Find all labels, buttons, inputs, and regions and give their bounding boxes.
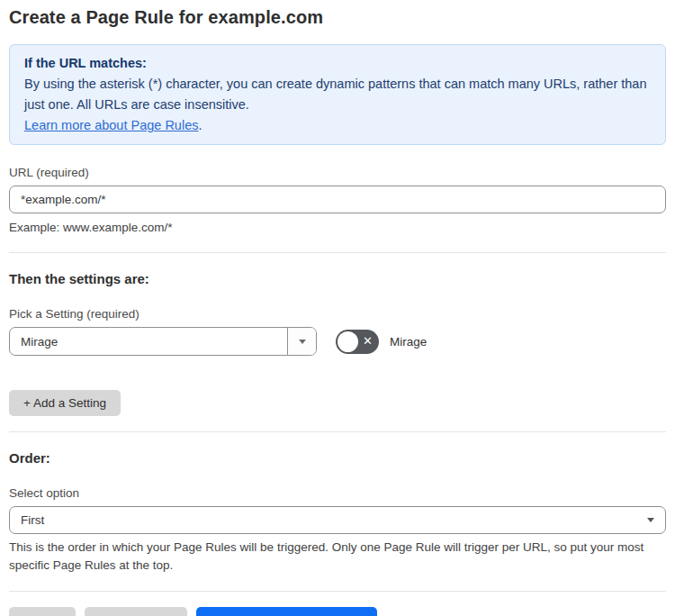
dropdown-caret-button[interactable] [287,328,316,355]
url-helper-text: Example: www.example.com/* [9,219,666,237]
setting-dropdown[interactable]: Mirage [9,327,317,356]
order-select[interactable]: First [9,506,666,534]
form-actions: Cancel Save as Draft Save and Deploy Pag… [9,607,666,616]
info-box-body: By using the asterisk (*) character, you… [24,74,651,116]
divider [9,431,666,432]
chevron-down-icon [299,340,306,344]
toggle-label: Mirage [390,335,427,349]
url-input[interactable] [9,186,666,213]
pick-setting-label: Pick a Setting (required) [9,307,666,321]
url-match-info-box: If the URL matches: By using the asteris… [9,44,666,145]
divider [9,591,666,592]
learn-more-link[interactable]: Learn more about Page Rules [24,118,198,132]
info-box-heading: If the URL matches: [24,56,651,70]
caret-down-icon [647,518,654,522]
save-draft-button[interactable]: Save as Draft [85,607,187,616]
add-setting-button[interactable]: + Add a Setting [9,390,121,416]
order-select-value: First [21,513,44,527]
order-select-label: Select option [9,486,666,500]
page-title: Create a Page Rule for example.com [9,7,666,28]
order-section-heading: Order: [9,450,666,466]
save-deploy-button[interactable]: Save and Deploy Page Rule [196,607,378,616]
divider [9,252,666,253]
mirage-toggle[interactable]: ✕ [336,330,379,354]
cancel-button[interactable]: Cancel [9,607,76,616]
toggle-off-x-icon: ✕ [363,335,373,347]
toggle-knob [338,331,358,352]
settings-section-heading: Then the settings are: [9,271,666,286]
order-helper-text: This is the order in which your Page Rul… [9,539,657,575]
url-label: URL (required) [9,166,666,179]
link-period: . [198,118,202,132]
setting-dropdown-value: Mirage [10,328,287,355]
setting-picker-row: Mirage ✕ Mirage [9,327,666,356]
